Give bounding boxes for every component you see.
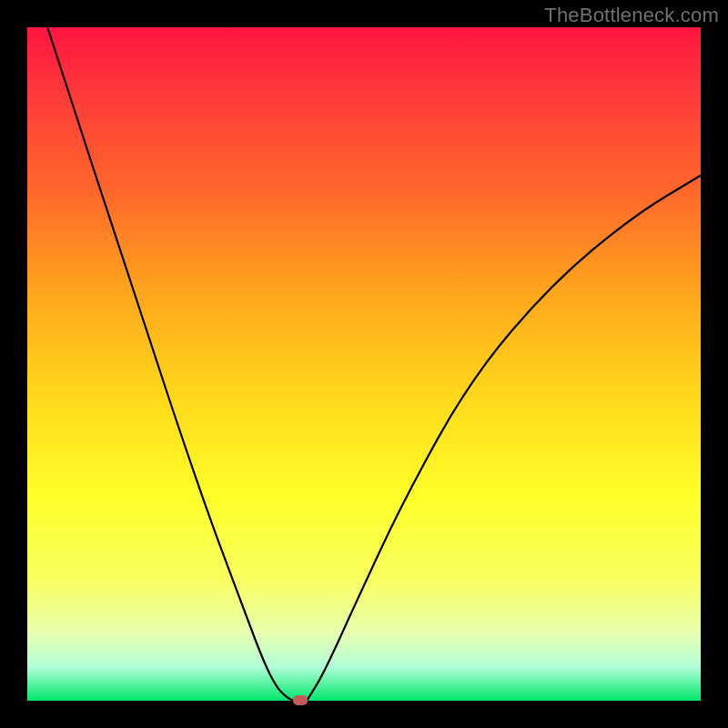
curve-right-path	[307, 176, 701, 701]
minimum-marker	[293, 695, 308, 705]
curve-left-path	[47, 27, 293, 701]
bottleneck-curve	[27, 27, 701, 701]
plot-area	[27, 27, 701, 701]
watermark-text: TheBottleneck.com	[544, 4, 719, 27]
chart-frame: TheBottleneck.com	[0, 0, 728, 728]
